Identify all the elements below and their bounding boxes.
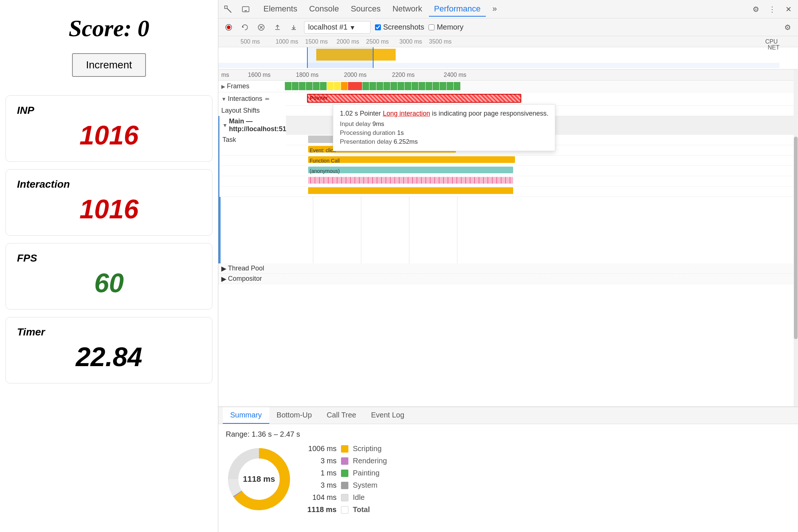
- function-call-block[interactable]: Function Call: [308, 156, 515, 163]
- thread-pool-arrow[interactable]: ▶: [221, 265, 226, 273]
- frames-label[interactable]: ▶ Frames: [218, 81, 285, 92]
- url-dropdown-icon[interactable]: ▾: [351, 23, 354, 32]
- summary-content: Range: 1.36 s – 2.47 s: [218, 424, 798, 532]
- settings-icon[interactable]: ⚙: [751, 4, 761, 14]
- timer-value: 22.84: [17, 342, 201, 372]
- legend-painting-color: [341, 470, 348, 477]
- download-button[interactable]: [288, 21, 300, 33]
- yellow-row-block: [308, 187, 513, 194]
- svg-rect-3: [245, 10, 247, 11]
- left-panel: Score: 0 Increment INP 1016 Interaction …: [0, 0, 218, 532]
- yellow-row: [219, 187, 798, 197]
- devtools-tabs: Elements Console Sources Network Perform…: [258, 2, 502, 17]
- bottom-panel: Summary Bottom-Up Call Tree Event Log Ra…: [218, 406, 798, 532]
- anonymous-label-cell: [219, 170, 286, 173]
- tab-bottom-up[interactable]: Bottom-Up: [269, 407, 320, 424]
- memory-checkbox[interactable]: [429, 24, 434, 30]
- tooltip-duration: 1.02 s: [340, 110, 358, 117]
- timeline-scrollbar[interactable]: [794, 69, 798, 406]
- clear-button[interactable]: [255, 21, 267, 33]
- interactions-arrow[interactable]: ▼: [221, 96, 226, 102]
- ruler-2000: 2000 ms: [337, 38, 359, 45]
- layout-shifts-label[interactable]: Layout Shifts: [218, 105, 285, 116]
- upload-button[interactable]: [272, 21, 283, 33]
- devtools-header-icons: ⚙ ⋮ ✕: [751, 4, 794, 14]
- thread-pool-content: [285, 268, 798, 269]
- task-text: Task: [222, 136, 236, 144]
- devtools-header: Elements Console Sources Network Perform…: [218, 0, 798, 18]
- fps-value: 60: [17, 268, 201, 298]
- tick-1: [313, 197, 313, 263]
- event-click-text: Event: click: [310, 147, 336, 153]
- tick-4: [457, 197, 457, 263]
- frames-blocks: [285, 82, 798, 90]
- function-call-label-cell: [219, 159, 286, 162]
- inspect-icon[interactable]: [223, 4, 233, 14]
- pointer-interaction-bar[interactable]: Pointer: [307, 94, 521, 103]
- timeline-tracks[interactable]: ▶ Frames: [218, 81, 798, 406]
- memory-toggle[interactable]: Memory: [429, 23, 463, 31]
- legend-scripting-color: [341, 445, 348, 453]
- toolbar-settings-icon[interactable]: ⚙: [782, 21, 794, 33]
- legend-rendering-name: Rendering: [353, 457, 387, 465]
- tick-2: [361, 197, 361, 263]
- tab-sources[interactable]: Sources: [345, 2, 386, 17]
- tab-call-tree[interactable]: Call Tree: [319, 407, 364, 424]
- legend-total-name: Total: [353, 505, 370, 514]
- event-click-label-cell: [219, 149, 286, 152]
- timeline-overview[interactable]: 500 ms 1000 ms 1500 ms 2000 ms 2500 ms 3…: [218, 36, 798, 69]
- svg-line-1: [227, 8, 231, 13]
- legend-system-color: [341, 482, 348, 489]
- interactions-track-row[interactable]: ▼ Interactions ✏ Pointer 1.02 s Point: [218, 92, 798, 106]
- main-arrow[interactable]: ▼: [222, 122, 228, 128]
- thread-pool-row[interactable]: ▶ Thread Pool: [218, 263, 798, 274]
- inp-value: 1016: [17, 120, 201, 150]
- scrollbar-thumb[interactable]: [794, 137, 798, 339]
- reload-button[interactable]: [239, 21, 251, 33]
- compositor-label[interactable]: ▶ Compositor: [218, 273, 285, 284]
- tab-console[interactable]: Console: [304, 2, 344, 17]
- screenshots-checkbox[interactable]: [375, 24, 381, 30]
- tab-network[interactable]: Network: [387, 2, 427, 17]
- compositor-arrow[interactable]: ▶: [221, 275, 226, 283]
- interactions-content: Pointer 1.02 s Pointer Long interaction …: [285, 92, 798, 105]
- thread-pool-label[interactable]: ▶ Thread Pool: [218, 263, 285, 274]
- legend-painting-value: 1 ms: [307, 469, 337, 477]
- tab-more[interactable]: »: [487, 2, 502, 17]
- device-icon[interactable]: [241, 4, 251, 14]
- interactions-label[interactable]: ▼ Interactions ✏: [218, 93, 285, 104]
- tooltip-input-label: Input delay: [340, 120, 371, 127]
- cpu-bg-bar: [218, 63, 780, 68]
- legend-painting: 1 ms Painting: [307, 469, 387, 477]
- compositor-content: [285, 279, 798, 279]
- frames-arrow[interactable]: ▶: [221, 83, 225, 89]
- donut-chart: 1118 ms: [226, 446, 292, 512]
- timeline-main: ms 1600 ms 1800 ms 2000 ms 2200 ms 2400 …: [218, 69, 798, 406]
- function-call-text: Function Call: [310, 158, 340, 164]
- layout-shifts-text: Layout Shifts: [221, 107, 260, 115]
- compositor-row[interactable]: ▶ Compositor: [218, 274, 798, 284]
- record-button[interactable]: [223, 21, 235, 33]
- more-icon[interactable]: ⋮: [767, 4, 777, 14]
- yellow-label-cell: [219, 190, 286, 193]
- increment-button[interactable]: Increment: [72, 53, 146, 77]
- anonymous-block[interactable]: (anonymous): [308, 167, 513, 173]
- main-label[interactable]: ▼ Main — http://localhost:51: [219, 116, 286, 134]
- tab-performance[interactable]: Performance: [429, 2, 486, 17]
- tab-elements[interactable]: Elements: [258, 2, 303, 17]
- selection-region[interactable]: [307, 47, 374, 68]
- interactions-text: Interactions: [228, 95, 262, 103]
- pink-block: [308, 177, 513, 184]
- pointer-label: Pointer: [308, 94, 330, 102]
- screenshots-toggle[interactable]: Screenshots: [375, 23, 424, 31]
- close-icon[interactable]: ✕: [783, 4, 794, 14]
- legend-rendering-color: [341, 457, 348, 465]
- tooltip-suffix: is indicating poor page responsiveness.: [432, 110, 548, 117]
- interaction-card: Interaction 1016: [6, 169, 212, 236]
- range-text: Range: 1.36 s – 2.47 s: [226, 430, 791, 439]
- tooltip-link[interactable]: Long interaction: [383, 110, 430, 117]
- tab-event-log[interactable]: Event Log: [364, 407, 412, 424]
- url-bar[interactable]: localhost #1 ▾: [304, 21, 371, 34]
- tab-summary[interactable]: Summary: [223, 407, 269, 424]
- interaction-tooltip: 1.02 s Pointer Long interaction is indic…: [333, 104, 555, 151]
